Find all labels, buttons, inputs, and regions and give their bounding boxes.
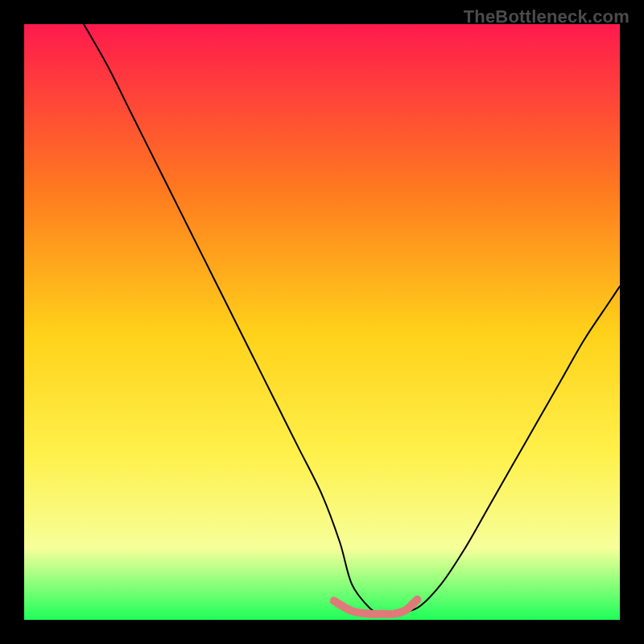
watermark-text: TheBottleneck.com (464, 6, 630, 27)
plot-background (24, 24, 620, 620)
bottleneck-chart (0, 0, 644, 644)
chart-frame: TheBottleneck.com (0, 0, 644, 644)
